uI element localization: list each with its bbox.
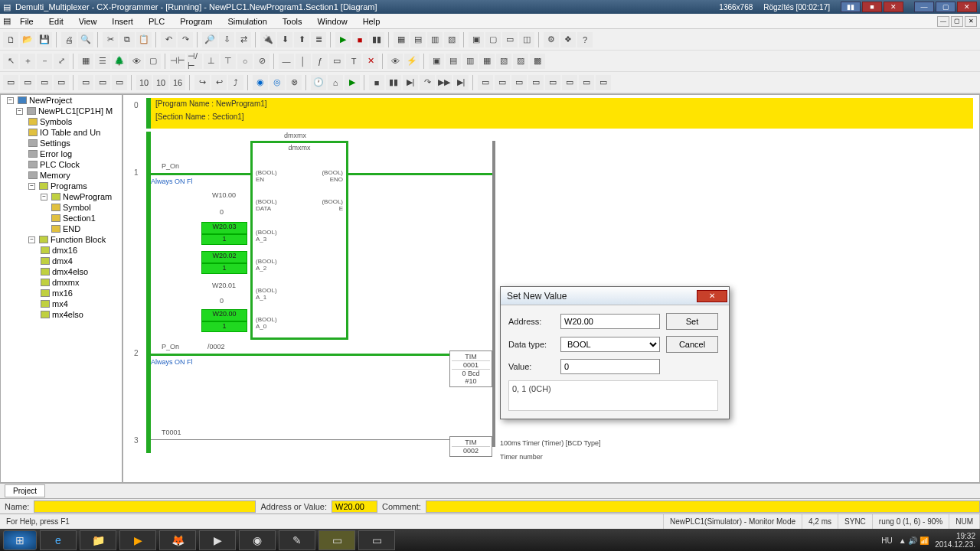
tb-list[interactable]: ☰	[95, 54, 110, 69]
tb-pause[interactable]: ▮▮	[369, 32, 384, 47]
tb-redo[interactable]: ↷	[178, 32, 193, 47]
tb-num16[interactable]: 16	[170, 75, 185, 90]
tree-symbols[interactable]: Symbols	[40, 117, 72, 126]
task-app1[interactable]: ▶	[199, 530, 236, 550]
tb-sim3[interactable]: ▭	[37, 75, 52, 90]
tree-root[interactable]: NewProject	[29, 96, 72, 105]
tb-view7[interactable]: ▭	[502, 32, 518, 47]
tb-fb[interactable]: ▭	[329, 54, 345, 69]
tb-open[interactable]: 📂	[20, 32, 35, 47]
task-app3[interactable]: ▭	[358, 530, 395, 550]
tb-sim2[interactable]: ▭	[20, 75, 35, 90]
menu-view[interactable]: View	[73, 15, 103, 28]
tb-contact-nc[interactable]: ⊣/⊢	[187, 54, 202, 69]
tb-extra5[interactable]: ▭	[545, 75, 560, 90]
value-input[interactable]	[560, 359, 660, 374]
tb-save[interactable]: 💾	[37, 32, 52, 47]
tb-win4[interactable]: ▦	[479, 54, 495, 69]
menu-plc[interactable]: PLC	[142, 15, 171, 28]
tb-step1[interactable]: ↪	[194, 75, 210, 90]
tb-extra6[interactable]: ▭	[562, 75, 577, 90]
menu-program[interactable]: Program	[174, 15, 218, 28]
tb-view5[interactable]: ▣	[469, 32, 484, 47]
tb-coiln[interactable]: ⊘	[254, 54, 270, 69]
tb-extra7[interactable]: ▭	[579, 75, 594, 90]
tb-force[interactable]: ⚡	[404, 54, 420, 69]
task-app2[interactable]: ✎	[279, 530, 315, 550]
menu-window[interactable]: Window	[312, 15, 354, 28]
tree-newprogram[interactable]: NewProgram	[63, 192, 112, 201]
tb-misc2[interactable]: ❖	[560, 32, 576, 47]
tb-replace[interactable]: ⇄	[236, 32, 251, 47]
tb-zoomin[interactable]: ＋	[20, 54, 35, 69]
tb-delete[interactable]: ✕	[363, 54, 378, 69]
tb-view2[interactable]: ▤	[410, 32, 426, 47]
tb-new[interactable]: 🗋	[3, 32, 18, 47]
menu-edit[interactable]: Edit	[43, 15, 70, 28]
menu-insert[interactable]: Insert	[106, 15, 139, 28]
tb-win7[interactable]: ▩	[530, 54, 545, 69]
tb-extra2[interactable]: ▭	[495, 75, 510, 90]
tree-fb-dmx4[interactable]: dmx4	[52, 256, 73, 266]
set-button[interactable]: Set	[666, 313, 718, 330]
tim-box-1[interactable]: TIM 0001 0 Bcd #10	[449, 350, 492, 387]
tree-iotable[interactable]: IO Table and Un	[40, 128, 100, 137]
tb-next[interactable]: ▶|	[403, 75, 418, 90]
tb-coil[interactable]: ○	[237, 54, 253, 69]
tb-home[interactable]: ⌂	[328, 75, 343, 90]
maximize-button[interactable]: ▢	[936, 2, 956, 12]
close-button[interactable]: ✕	[957, 2, 977, 12]
mdi-restore-button[interactable]: ▢	[951, 16, 963, 27]
w2003-box[interactable]: W20.03	[201, 222, 247, 234]
datatype-select[interactable]: BOOL	[560, 337, 660, 352]
mdi-close-button[interactable]: ✕	[965, 16, 977, 27]
tb-extra1[interactable]: ▭	[478, 75, 493, 90]
tb-text[interactable]: T	[346, 54, 361, 69]
tb-view1[interactable]: ▦	[394, 32, 409, 47]
tb-find[interactable]: 🔎	[202, 32, 217, 47]
tim-box-2[interactable]: TIM 0002	[449, 436, 492, 457]
tb-stop[interactable]: ■	[352, 32, 368, 47]
tb-view4[interactable]: ▧	[444, 32, 459, 47]
tb-stop2[interactable]: ■	[369, 75, 384, 90]
tree-errorlog[interactable]: Error log	[40, 149, 72, 158]
tb-compare[interactable]: ≣	[311, 32, 326, 47]
tb-sim5[interactable]: ▭	[78, 75, 93, 90]
tb-win2[interactable]: ▤	[446, 54, 461, 69]
tb-paste[interactable]: 📋	[136, 32, 152, 47]
tab-project[interactable]: Project	[5, 484, 45, 497]
tb-step2[interactable]: ↩	[211, 75, 227, 90]
tb-extra3[interactable]: ▭	[511, 75, 527, 90]
tree-programs[interactable]: Programs	[51, 181, 87, 191]
tb-zoomout[interactable]: －	[37, 54, 52, 69]
tb-sim7[interactable]: ▭	[112, 75, 127, 90]
menu-simulation[interactable]: Simulation	[221, 15, 273, 28]
tb-misc1[interactable]: ⚙	[544, 32, 559, 47]
addr-field[interactable]: W20.00	[332, 500, 377, 513]
tb-extra4[interactable]: ▭	[528, 75, 544, 90]
rec-cancel-button[interactable]: ✕	[884, 2, 903, 12]
tb-grid[interactable]: ▦	[78, 54, 93, 69]
w2000-box[interactable]: W20.00	[201, 309, 247, 321]
tree-fb-mx4[interactable]: mx4	[52, 299, 68, 308]
tree-prog-section1[interactable]: Section1	[63, 214, 96, 223]
tb-num10[interactable]: 10	[136, 75, 152, 90]
tb-tree[interactable]: 🌲	[112, 54, 127, 69]
tb-watch[interactable]: 👁	[129, 54, 144, 69]
tb-online[interactable]: 🔌	[260, 32, 276, 47]
tb-view8[interactable]: ◫	[519, 32, 534, 47]
tb-help[interactable]: ?	[577, 32, 593, 47]
rec-stop-button[interactable]: ■	[862, 2, 882, 12]
tb-vline[interactable]: │	[296, 54, 311, 69]
tree-fb[interactable]: Function Block	[51, 235, 106, 244]
tb-extra8[interactable]: ▭	[596, 75, 611, 90]
tb-num10s[interactable]: 10	[153, 75, 168, 90]
fb-instance[interactable]: dmxmx (BOOL) EN (BOOL) ENO (BOOL) DATA (…	[250, 141, 348, 340]
tree-plc[interactable]: NewPLC1[CP1H] M	[38, 106, 113, 116]
tb-run[interactable]: ▶	[335, 32, 351, 47]
tb-view6[interactable]: ▢	[485, 32, 501, 47]
tb-cursor[interactable]: ↖	[3, 54, 18, 69]
tb-sim4[interactable]: ▭	[54, 75, 69, 90]
mdi-min-button[interactable]: —	[937, 16, 949, 27]
tb-step3[interactable]: ⤴	[228, 75, 243, 90]
